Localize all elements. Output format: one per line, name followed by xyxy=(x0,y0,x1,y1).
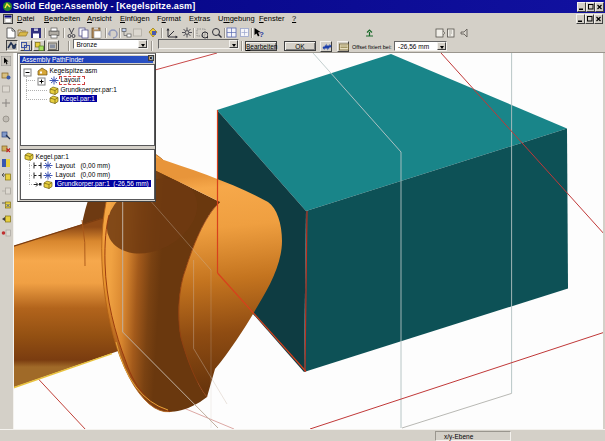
svg-text:?: ? xyxy=(259,30,264,39)
